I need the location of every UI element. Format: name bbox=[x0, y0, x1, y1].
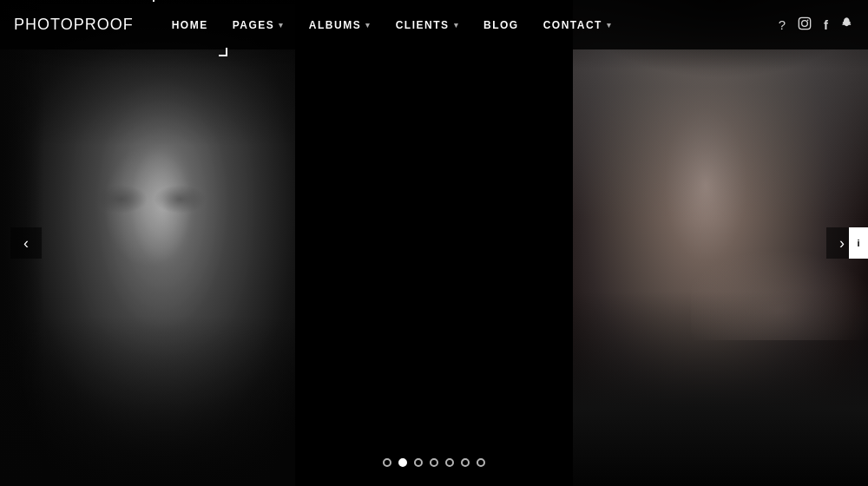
info-badge[interactable]: i bbox=[849, 227, 868, 259]
dot-7[interactable] bbox=[477, 458, 485, 467]
nav-clients[interactable]: CLIENTS ▾ bbox=[384, 0, 471, 49]
dots-container bbox=[383, 458, 485, 467]
nav-blog[interactable]: BLOG bbox=[471, 0, 531, 49]
nav-albums[interactable]: ALBUMS ▾ bbox=[297, 0, 384, 49]
logo-photo: PHOTO bbox=[14, 16, 74, 33]
dot-6[interactable] bbox=[461, 458, 470, 467]
help-icon[interactable]: ? bbox=[779, 17, 786, 32]
svg-point-2 bbox=[807, 20, 809, 22]
nav-home[interactable]: HOME bbox=[160, 0, 220, 49]
slider-container bbox=[0, 0, 868, 486]
slide-left bbox=[0, 0, 295, 486]
dot-5[interactable] bbox=[445, 458, 454, 467]
dot-4[interactable] bbox=[430, 458, 438, 467]
dot-2[interactable] bbox=[398, 458, 407, 467]
nav-right-icons: ? f bbox=[779, 16, 854, 33]
svg-point-1 bbox=[802, 21, 808, 27]
main-nav: HOME PAGES ▾ ALBUMS ▾ CLIENTS ▾ BLOG CON… bbox=[160, 0, 779, 49]
slide-center bbox=[295, 0, 573, 486]
instagram-icon[interactable] bbox=[798, 16, 812, 33]
chevron-down-icon: ▾ bbox=[279, 21, 285, 30]
logo[interactable]: PHOTOPROOF bbox=[14, 16, 134, 34]
snapchat-icon[interactable] bbox=[840, 16, 854, 33]
nav-contact[interactable]: CONTACT ▾ bbox=[531, 0, 625, 49]
nav-pages[interactable]: PAGES ▾ bbox=[220, 0, 297, 49]
chevron-down-icon: ▾ bbox=[454, 21, 460, 30]
slide-right bbox=[573, 0, 868, 486]
svg-rect-0 bbox=[799, 17, 810, 29]
dot-1[interactable] bbox=[383, 458, 391, 467]
prev-arrow[interactable]: ‹ bbox=[10, 227, 42, 259]
chevron-down-icon: ▾ bbox=[607, 21, 613, 30]
chevron-down-icon: ▾ bbox=[365, 21, 372, 30]
facebook-icon[interactable]: f bbox=[824, 17, 828, 32]
logo-proof: PROOF bbox=[74, 16, 134, 33]
header: PHOTOPROOF HOME PAGES ▾ ALBUMS ▾ CLIENTS… bbox=[0, 0, 868, 49]
dot-3[interactable] bbox=[414, 458, 423, 467]
